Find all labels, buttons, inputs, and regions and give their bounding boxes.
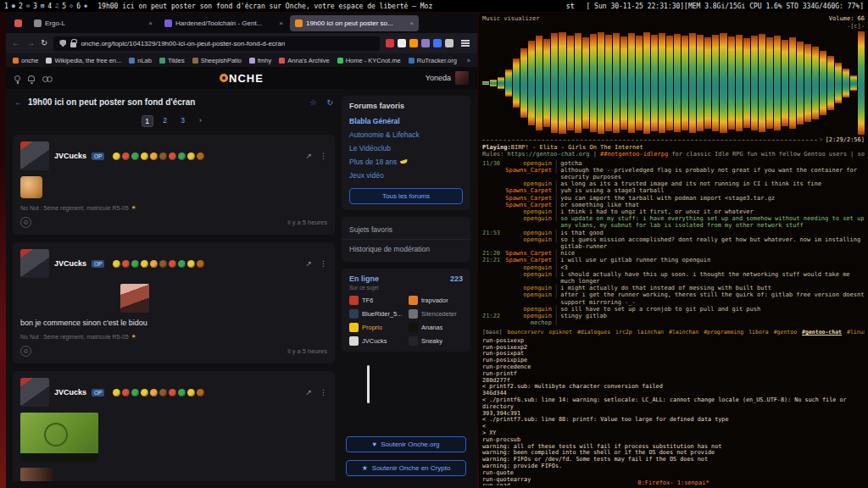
reaction-emoji[interactable] bbox=[141, 389, 148, 396]
reaction-emoji[interactable] bbox=[187, 152, 195, 160]
browser-tab[interactable]: 19h00 ici on peut poster so...× bbox=[290, 15, 419, 31]
kebab-menu-icon[interactable]: ⋮ bbox=[320, 152, 327, 160]
post-author-avatar[interactable] bbox=[20, 249, 49, 278]
page-button[interactable]: › bbox=[195, 115, 207, 127]
page-button[interactable]: 2 bbox=[159, 115, 171, 127]
workspace-icon[interactable]: ◇ bbox=[70, 3, 73, 9]
online-user[interactable]: Proprio bbox=[349, 323, 403, 332]
tab-close-button[interactable]: × bbox=[279, 19, 283, 27]
reaction-emoji[interactable] bbox=[150, 260, 158, 268]
reaction-emoji[interactable] bbox=[159, 260, 167, 268]
browser-tab[interactable]: Ergo-L× bbox=[29, 15, 158, 31]
online-user[interactable]: trapvador bbox=[409, 296, 463, 305]
reaction-emoji[interactable] bbox=[197, 260, 204, 268]
reaction-emoji[interactable] bbox=[187, 260, 195, 268]
irc-buffer[interactable]: [base] bbox=[482, 329, 502, 336]
workspace-icon[interactable]: ♫ bbox=[55, 3, 58, 9]
reaction-emoji[interactable] bbox=[159, 152, 167, 160]
online-user[interactable]: Ananas bbox=[409, 323, 463, 332]
irc-buffer[interactable]: #gentoo bbox=[774, 329, 797, 336]
donate-crypto-button[interactable]: ★ Soutenir Onche en Crypto bbox=[346, 460, 466, 476]
terminal-window[interactable]: Music visualizer Volume: 66 -[c]- > [2:2… bbox=[479, 13, 868, 488]
sidebar-item-plus-de-18[interactable]: Plus de 18 ans bbox=[349, 155, 463, 169]
page-button[interactable]: 3 bbox=[177, 115, 189, 127]
reaction-emoji[interactable] bbox=[169, 260, 176, 268]
page-button[interactable]: 1 bbox=[142, 115, 153, 127]
pinned-tab[interactable] bbox=[9, 15, 26, 30]
sidebar-item-blabla-general[interactable]: Blabla Général bbox=[349, 114, 463, 128]
irc-buffer[interactable]: #linux bbox=[847, 329, 865, 336]
reaction-emoji[interactable] bbox=[169, 389, 176, 396]
bookmark-item[interactable]: fmhy bbox=[249, 57, 271, 64]
bookmark-item[interactable]: SheepishPatio bbox=[192, 57, 242, 64]
post-author-avatar[interactable] bbox=[20, 378, 49, 407]
moderation-history-link[interactable]: Historique de modération bbox=[349, 242, 463, 256]
irc-buffer[interactable]: #programming bbox=[704, 329, 743, 336]
back-button[interactable]: ← bbox=[12, 39, 20, 47]
reaction-emoji[interactable] bbox=[113, 389, 120, 396]
tab-close-button[interactable]: × bbox=[148, 19, 153, 27]
all-forums-button[interactable]: Tous les forums bbox=[349, 188, 463, 204]
account-chip[interactable]: Yoneda bbox=[426, 71, 469, 85]
reaction-emoji[interactable] bbox=[141, 260, 148, 268]
bookmark-item[interactable]: Tildes bbox=[159, 57, 185, 64]
workspace-tag[interactable]: 5 bbox=[62, 3, 66, 10]
workspace-tag[interactable]: 1 bbox=[4, 3, 8, 10]
irc-buffer[interactable]: #gentoo-chat bbox=[802, 329, 842, 336]
workspace-tag[interactable]: 3 bbox=[33, 3, 37, 10]
online-user[interactable]: BlueRider_5... bbox=[349, 309, 403, 319]
extension-icon[interactable] bbox=[398, 39, 406, 47]
reaction-emoji[interactable] bbox=[131, 260, 139, 268]
workspace-icon[interactable]: ◆ bbox=[84, 3, 87, 9]
kebab-menu-icon[interactable]: ⋮ bbox=[320, 388, 327, 396]
reaction-emoji[interactable] bbox=[122, 260, 130, 268]
bookmarks-overflow-chevron[interactable]: » bbox=[467, 57, 470, 64]
extension-icon[interactable] bbox=[386, 39, 394, 47]
irc-buffer[interactable]: bouncerserv bbox=[507, 329, 543, 336]
reaction-emoji[interactable] bbox=[113, 152, 120, 160]
workspace-tag[interactable]: 4 bbox=[47, 3, 52, 10]
reaction-emoji[interactable] bbox=[197, 389, 204, 396]
reaction-emoji[interactable] bbox=[169, 152, 176, 160]
bookmark-item[interactable]: Home - KYCnot.me bbox=[337, 57, 401, 64]
scrollbar-thumb[interactable] bbox=[367, 365, 370, 403]
reaction-emoji[interactable] bbox=[178, 260, 186, 268]
post-sticker-image[interactable] bbox=[20, 176, 42, 198]
online-user[interactable]: Sneaky bbox=[409, 336, 463, 346]
kebab-menu-icon[interactable]: ⋮ bbox=[320, 259, 327, 268]
add-reaction-button[interactable]: ☺ bbox=[20, 217, 31, 228]
sidebar-item-autonomie[interactable]: Autonomie & Lifehack bbox=[349, 128, 463, 141]
forward-button[interactable]: → bbox=[26, 39, 35, 47]
https-lock-icon[interactable] bbox=[70, 42, 76, 47]
post-author-avatar[interactable] bbox=[20, 141, 49, 170]
site-logo[interactable]: NCHE bbox=[220, 72, 264, 85]
extension-icon[interactable] bbox=[433, 39, 442, 47]
notifications-bell-icon[interactable] bbox=[28, 75, 35, 81]
reaction-emoji[interactable] bbox=[150, 152, 158, 160]
rules-url[interactable]: https://gentoo-chat.org bbox=[508, 151, 590, 158]
reaction-emoji[interactable] bbox=[122, 389, 130, 396]
irc-buffer[interactable]: #lainchan bbox=[669, 329, 698, 336]
reaction-emoji[interactable] bbox=[178, 152, 186, 160]
post-author-name[interactable]: JVCucks bbox=[54, 388, 86, 396]
reload-button[interactable]: ↻ bbox=[41, 39, 47, 47]
users-icon[interactable] bbox=[42, 75, 52, 81]
workspace-tag[interactable]: 2 bbox=[19, 3, 23, 10]
url-bar[interactable]: onche.org/topic/1041329/19h00-ici-on-peu… bbox=[53, 36, 380, 51]
irc-buffer[interactable]: libera bbox=[748, 329, 768, 336]
workspace-icon[interactable]: ✉ bbox=[26, 3, 30, 9]
reaction-emoji[interactable] bbox=[113, 260, 120, 268]
reaction-emoji[interactable] bbox=[159, 389, 167, 396]
bookmark-item[interactable]: RuTracker.org bbox=[409, 57, 457, 64]
sidebar-item-videoclub[interactable]: Le Vidéoclub bbox=[349, 141, 463, 155]
extension-icon[interactable] bbox=[421, 39, 430, 47]
workspace-icon[interactable]: ● bbox=[12, 3, 15, 9]
reaction-emoji[interactable] bbox=[197, 152, 204, 160]
reaction-emoji[interactable] bbox=[131, 389, 139, 396]
post-inline-image[interactable] bbox=[20, 468, 54, 481]
browser-tab[interactable]: Hardened/Toolchain - Gent...× bbox=[159, 15, 288, 31]
tab-close-button[interactable]: × bbox=[409, 19, 414, 27]
back-arrow-icon[interactable]: ← bbox=[14, 97, 23, 107]
post-wallpaper-image[interactable] bbox=[20, 413, 98, 462]
reaction-emoji[interactable] bbox=[178, 389, 186, 396]
